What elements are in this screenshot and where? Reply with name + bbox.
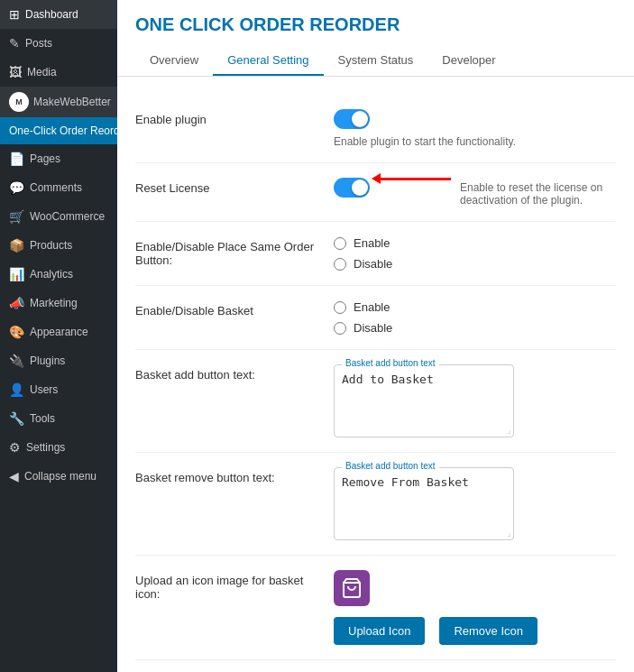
remove-icon-button[interactable]: Remove Icon bbox=[439, 617, 538, 645]
sidebar-item-pages[interactable]: 📄 Pages bbox=[0, 144, 117, 173]
sidebar-item-label: Comments bbox=[30, 181, 82, 194]
sidebar-item-collapse[interactable]: ◀ Collapse menu bbox=[0, 462, 117, 491]
basket-remove-text-label: Basket remove button text: bbox=[135, 467, 316, 484]
basket-enable-radio[interactable] bbox=[334, 301, 346, 314]
basket-remove-textarea[interactable]: Remove From Basket bbox=[342, 475, 506, 529]
woo-bag-icon bbox=[341, 577, 363, 599]
enable-plugin-toggle[interactable] bbox=[334, 109, 370, 129]
basket-add-field-label: Basket add button text bbox=[342, 358, 439, 368]
place-same-order-disable-radio[interactable] bbox=[334, 258, 346, 271]
resize-handle: ⌟ bbox=[507, 425, 511, 435]
page-header: ONE CLICK ORDER REORDER Overview General… bbox=[117, 0, 634, 77]
reset-license-toggle[interactable] bbox=[334, 178, 370, 198]
basket-remove-field-label: Basket add button text bbox=[342, 461, 439, 471]
plugins-icon: 🔌 bbox=[9, 354, 24, 368]
sidebar-item-comments[interactable]: 💬 Comments bbox=[0, 173, 117, 202]
basket-add-textarea[interactable]: Add to Basket bbox=[342, 373, 506, 427]
sidebar-item-users[interactable]: 👤 Users bbox=[0, 375, 117, 404]
sidebar-item-label: Tools bbox=[30, 412, 55, 425]
makewebb-label: MakeWebBetter bbox=[33, 96, 111, 108]
arrow-annotation bbox=[379, 178, 451, 180]
makewebb-logo: M bbox=[9, 92, 29, 112]
tab-general-setting[interactable]: General Setting bbox=[213, 46, 323, 76]
sidebar-item-marketing[interactable]: 📣 Marketing bbox=[0, 289, 117, 318]
enable-basket-radio-group: Enable Disable bbox=[334, 300, 616, 335]
tools-icon: 🔧 bbox=[9, 411, 24, 426]
sidebar-item-label: Users bbox=[30, 383, 58, 396]
basket-remove-text-control: Basket add button text Remove From Baske… bbox=[334, 467, 616, 540]
setting-place-same-order: Enable/Disable Place Same Order Button: … bbox=[135, 222, 616, 286]
sidebar-item-makewebb[interactable]: M MakeWebBetter bbox=[0, 87, 117, 117]
one-click-label: One-Click Order Reorder bbox=[9, 124, 117, 137]
tabs: Overview General Setting System Status D… bbox=[135, 46, 616, 76]
upload-icon-button[interactable]: Upload Icon bbox=[334, 617, 425, 645]
basket-add-text-control: Basket add button text Add to Basket ⌟ bbox=[334, 364, 616, 437]
enable-plugin-description: Enable plugin to start the functionality… bbox=[334, 135, 616, 148]
woocommerce-icon: 🛒 bbox=[9, 209, 24, 224]
tab-overview[interactable]: Overview bbox=[135, 46, 213, 76]
sidebar-item-media[interactable]: 🖼 Media bbox=[0, 58, 117, 87]
place-same-order-enable-option[interactable]: Enable bbox=[334, 236, 616, 250]
comments-icon: 💬 bbox=[9, 180, 24, 195]
place-same-order-disable-option[interactable]: Disable bbox=[334, 257, 616, 271]
basket-disable-label: Disable bbox=[354, 321, 392, 335]
sidebar-item-label: WooCommerce bbox=[30, 210, 105, 223]
place-same-order-control: Enable Disable bbox=[334, 236, 616, 271]
sidebar-item-tools[interactable]: 🔧 Tools bbox=[0, 404, 117, 433]
setting-upload-icon: Upload an icon image for basket icon: Up… bbox=[135, 556, 616, 660]
tab-system-status[interactable]: System Status bbox=[324, 46, 428, 76]
basket-add-field-container: Basket add button text Add to Basket ⌟ bbox=[334, 364, 514, 437]
upload-icon-control: Upload Icon Remove Icon bbox=[334, 570, 616, 645]
basket-disable-option[interactable]: Disable bbox=[334, 321, 616, 335]
sidebar-item-settings[interactable]: ⚙ Settings bbox=[0, 433, 117, 462]
tab-developer[interactable]: Developer bbox=[427, 46, 510, 76]
sidebar-item-label: Settings bbox=[26, 441, 65, 454]
reset-license-control: Enable to reset the license on deactivat… bbox=[334, 178, 616, 207]
products-icon: 📦 bbox=[9, 238, 24, 253]
sidebar-item-plugins[interactable]: 🔌 Plugins bbox=[0, 346, 117, 375]
basket-disable-radio[interactable] bbox=[334, 322, 346, 335]
sidebar-item-dashboard[interactable]: ⊞ Dashboard bbox=[0, 0, 117, 29]
setting-basket-add-text: Basket add button text: Basket add butto… bbox=[135, 350, 616, 453]
enable-plugin-label: Enable plugin bbox=[135, 109, 316, 126]
sidebar-item-label: Marketing bbox=[30, 297, 78, 309]
settings-content: Enable plugin Enable plugin to start the… bbox=[117, 77, 634, 672]
sidebar-item-posts[interactable]: ✎ Posts bbox=[0, 29, 117, 58]
settings-icon: ⚙ bbox=[9, 440, 21, 455]
collapse-icon: ◀ bbox=[9, 469, 19, 483]
sidebar-item-appearance[interactable]: 🎨 Appearance bbox=[0, 318, 117, 346]
basket-enable-label: Enable bbox=[354, 300, 390, 314]
basket-icon-preview bbox=[334, 570, 370, 606]
sidebar-item-woocommerce[interactable]: 🛒 WooCommerce bbox=[0, 202, 117, 231]
sidebar-item-products[interactable]: 📦 Products bbox=[0, 231, 117, 260]
toggle-slider bbox=[334, 178, 370, 198]
place-same-order-enable-label: Enable bbox=[354, 236, 390, 250]
setting-basket-remove-text: Basket remove button text: Basket add bu… bbox=[135, 453, 616, 556]
enable-basket-label: Enable/Disable Basket bbox=[135, 300, 316, 318]
enable-plugin-control: Enable plugin to start the functionality… bbox=[334, 109, 616, 148]
upload-buttons: Upload Icon Remove Icon bbox=[334, 617, 616, 645]
sidebar-item-label: Dashboard bbox=[25, 8, 78, 21]
basket-enable-option[interactable]: Enable bbox=[334, 300, 616, 314]
sidebar-item-label: Posts bbox=[25, 37, 52, 50]
setting-enable-basket: Enable/Disable Basket Enable Disable bbox=[135, 286, 616, 350]
sidebar-item-analytics[interactable]: 📊 Analytics bbox=[0, 260, 117, 289]
page-title: ONE CLICK ORDER REORDER bbox=[135, 14, 616, 35]
analytics-icon: 📊 bbox=[9, 267, 24, 281]
enable-basket-control: Enable Disable bbox=[334, 300, 616, 335]
setting-reset-license: Reset License Enable to reset the licens… bbox=[135, 163, 616, 222]
sidebar: ⊞ Dashboard ✎ Posts 🖼 Media M MakeWebBet… bbox=[0, 0, 117, 672]
place-same-order-enable-radio[interactable] bbox=[334, 237, 346, 250]
users-icon: 👤 bbox=[9, 382, 24, 397]
sidebar-item-label: Pages bbox=[30, 152, 60, 165]
sidebar-item-one-click[interactable]: One-Click Order Reorder bbox=[0, 117, 117, 144]
appearance-icon: 🎨 bbox=[9, 325, 24, 339]
place-same-order-label: Enable/Disable Place Same Order Button: bbox=[135, 236, 316, 267]
marketing-icon: 📣 bbox=[9, 296, 24, 310]
sidebar-item-label: Analytics bbox=[30, 268, 73, 281]
place-same-order-radio-group: Enable Disable bbox=[334, 236, 616, 271]
sidebar-item-label: Appearance bbox=[30, 326, 88, 338]
basket-remove-field-container: Basket add button text Remove From Baske… bbox=[334, 467, 514, 540]
reset-license-label: Reset License bbox=[135, 178, 316, 195]
basket-add-text-label: Basket add button text: bbox=[135, 364, 316, 382]
